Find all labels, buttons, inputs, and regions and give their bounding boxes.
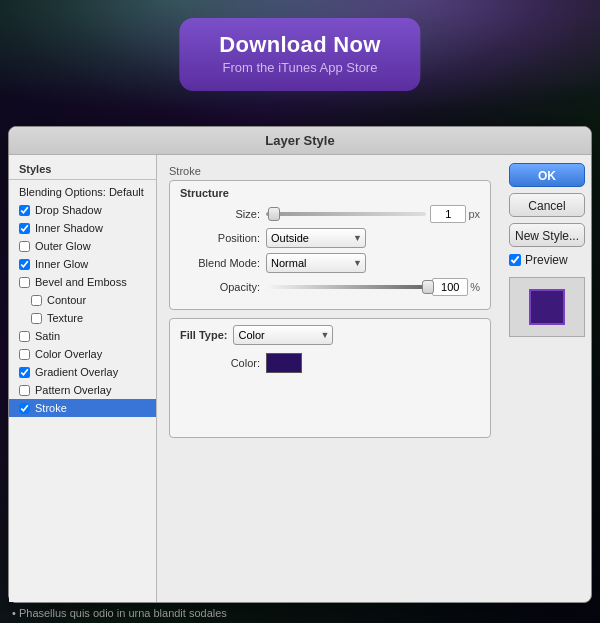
opacity-slider-container: %: [266, 278, 480, 296]
outer-glow-label: Outer Glow: [35, 240, 91, 252]
bevel-emboss-checkbox[interactable]: [19, 277, 30, 288]
position-row: Position: Inside Outside Center ▼: [180, 228, 480, 248]
contour-label: Contour: [47, 294, 86, 306]
opacity-slider-track[interactable]: [266, 285, 428, 289]
bottom-bar: • Phasellus quis odio in urna blandit so…: [0, 607, 600, 619]
texture-label: Texture: [47, 312, 83, 324]
main-content: Stroke Structure Size: px: [157, 155, 503, 602]
sidebar-item-outer-glow[interactable]: Outer Glow: [9, 237, 156, 255]
dialog-body: Styles Blending Options: Default Drop Sh…: [9, 155, 591, 602]
pattern-overlay-checkbox[interactable]: [19, 385, 30, 396]
layer-style-dialog: Layer Style Styles Blending Options: Def…: [8, 126, 592, 603]
fill-type-header: Fill Type: Color Gradient Pattern ▼: [180, 325, 480, 345]
blend-mode-label: Blend Mode:: [180, 257, 260, 269]
inner-shadow-checkbox[interactable]: [19, 223, 30, 234]
bottom-text: Phasellus quis odio in urna blandit soda…: [19, 607, 227, 619]
gradient-overlay-checkbox[interactable]: [19, 367, 30, 378]
drop-shadow-checkbox[interactable]: [19, 205, 30, 216]
color-overlay-checkbox[interactable]: [19, 349, 30, 360]
opacity-value-input[interactable]: [432, 278, 468, 296]
inner-glow-checkbox[interactable]: [19, 259, 30, 270]
stroke-checkbox[interactable]: [19, 403, 30, 414]
contour-checkbox[interactable]: [31, 295, 42, 306]
stroke-label: Stroke: [35, 402, 67, 414]
dialog-titlebar: Layer Style: [9, 127, 591, 155]
divider: [9, 179, 156, 180]
sidebar-item-blending-options[interactable]: Blending Options: Default: [9, 183, 156, 201]
sidebar-item-inner-shadow[interactable]: Inner Shadow: [9, 219, 156, 237]
cancel-button[interactable]: Cancel: [509, 193, 585, 217]
position-select-wrapper: Inside Outside Center ▼: [266, 228, 366, 248]
opacity-slider-thumb[interactable]: [422, 280, 434, 294]
styles-header: Styles: [9, 159, 156, 179]
opacity-label: Opacity:: [180, 281, 260, 293]
texture-checkbox[interactable]: [31, 313, 42, 324]
dialog-title: Layer Style: [265, 133, 334, 148]
sidebar-item-pattern-overlay[interactable]: Pattern Overlay: [9, 381, 156, 399]
blending-options-label: Blending Options: Default: [19, 186, 144, 198]
opacity-unit: %: [470, 281, 480, 293]
size-unit: px: [468, 208, 480, 220]
sidebar-item-contour[interactable]: Contour: [9, 291, 156, 309]
outer-glow-checkbox[interactable]: [19, 241, 30, 252]
preview-label: Preview: [525, 253, 568, 267]
position-label: Position:: [180, 232, 260, 244]
fill-type-select[interactable]: Color Gradient Pattern: [233, 325, 333, 345]
download-subtitle: From the iTunes App Store: [219, 60, 380, 75]
fill-type-label: Fill Type:: [180, 329, 227, 341]
structure-group: Structure Size: px Position:: [169, 180, 491, 310]
color-overlay-label: Color Overlay: [35, 348, 102, 360]
size-slider-container: px: [266, 205, 480, 223]
blend-mode-select-wrapper: Normal Multiply Screen Overlay ▼: [266, 253, 366, 273]
left-panel: Styles Blending Options: Default Drop Sh…: [9, 155, 157, 602]
sidebar-item-inner-glow[interactable]: Inner Glow: [9, 255, 156, 273]
size-value-input[interactable]: [430, 205, 466, 223]
download-title: Download Now: [219, 32, 380, 58]
size-slider-thumb[interactable]: [268, 207, 280, 221]
new-style-button[interactable]: New Style...: [509, 223, 585, 247]
sidebar-item-color-overlay[interactable]: Color Overlay: [9, 345, 156, 363]
sidebar-item-texture[interactable]: Texture: [9, 309, 156, 327]
position-select[interactable]: Inside Outside Center: [266, 228, 366, 248]
pattern-overlay-label: Pattern Overlay: [35, 384, 111, 396]
drop-shadow-label: Drop Shadow: [35, 204, 102, 216]
inner-glow-label: Inner Glow: [35, 258, 88, 270]
preview-label-row: Preview: [509, 253, 585, 267]
satin-checkbox[interactable]: [19, 331, 30, 342]
opacity-row: Opacity: %: [180, 278, 480, 296]
blend-mode-select[interactable]: Normal Multiply Screen Overlay: [266, 253, 366, 273]
sidebar-item-bevel-emboss[interactable]: Bevel and Emboss: [9, 273, 156, 291]
blend-mode-row: Blend Mode: Normal Multiply Screen Overl…: [180, 253, 480, 273]
bullet-point: •: [12, 607, 19, 619]
stroke-section-label: Stroke: [169, 165, 491, 177]
color-row: Color:: [180, 353, 480, 373]
fill-type-select-wrapper: Color Gradient Pattern ▼: [233, 325, 333, 345]
bevel-emboss-label: Bevel and Emboss: [35, 276, 127, 288]
size-row: Size: px: [180, 205, 480, 223]
sidebar-item-gradient-overlay[interactable]: Gradient Overlay: [9, 363, 156, 381]
color-swatch[interactable]: [266, 353, 302, 373]
right-panel: OK Cancel New Style... Preview: [503, 155, 591, 602]
color-label: Color:: [180, 357, 260, 369]
sidebar-item-satin[interactable]: Satin: [9, 327, 156, 345]
preview-area: [509, 277, 585, 337]
gradient-overlay-label: Gradient Overlay: [35, 366, 118, 378]
size-label: Size:: [180, 208, 260, 220]
download-banner[interactable]: Download Now From the iTunes App Store: [179, 18, 420, 91]
sidebar-item-stroke[interactable]: Stroke: [9, 399, 156, 417]
preview-square: [529, 289, 565, 325]
ok-button[interactable]: OK: [509, 163, 585, 187]
satin-label: Satin: [35, 330, 60, 342]
structure-title: Structure: [180, 187, 480, 199]
sidebar-item-drop-shadow[interactable]: Drop Shadow: [9, 201, 156, 219]
inner-shadow-label: Inner Shadow: [35, 222, 103, 234]
preview-checkbox[interactable]: [509, 254, 521, 266]
fill-type-group: Fill Type: Color Gradient Pattern ▼ Colo…: [169, 318, 491, 438]
size-slider-track[interactable]: [266, 212, 426, 216]
